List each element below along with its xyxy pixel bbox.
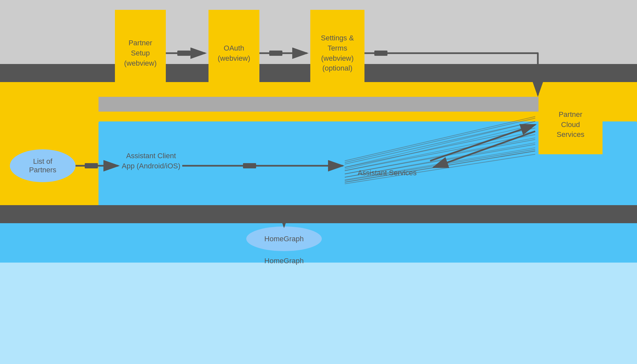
partner-cloud-box: Partner Cloud Services [538,95,603,154]
partner-setup-box: Partner Setup (webview) [115,10,166,97]
settings-label: Settings & Terms (webview) (optional) [321,33,354,74]
homegraph-text-label: HomeGraph [246,256,322,266]
homegraph-label: HomeGraph [264,235,304,243]
bg-dark-bar-bottom [0,205,637,223]
homegraph-node: HomeGraph [246,226,322,251]
assistant-services-label: Assistant Services [346,168,428,178]
list-of-partners-label: List of Partners [29,157,56,174]
app-section-bar [99,97,538,112]
partner-cloud-label: Partner Cloud Services [557,110,584,140]
assistant-client-app-label: Assistant Client App (Android/iOS) [121,151,181,171]
partner-setup-label: Partner Setup (webview) [124,38,157,68]
list-of-partners-node: List of Partners [10,149,76,182]
diagram-container: Partner Setup (webview) OAuth (webview) … [0,0,637,364]
settings-box: Settings & Terms (webview) (optional) [310,10,364,97]
oauth-label: OAuth (webview) [218,43,250,64]
oauth-box: OAuth (webview) [209,10,259,97]
